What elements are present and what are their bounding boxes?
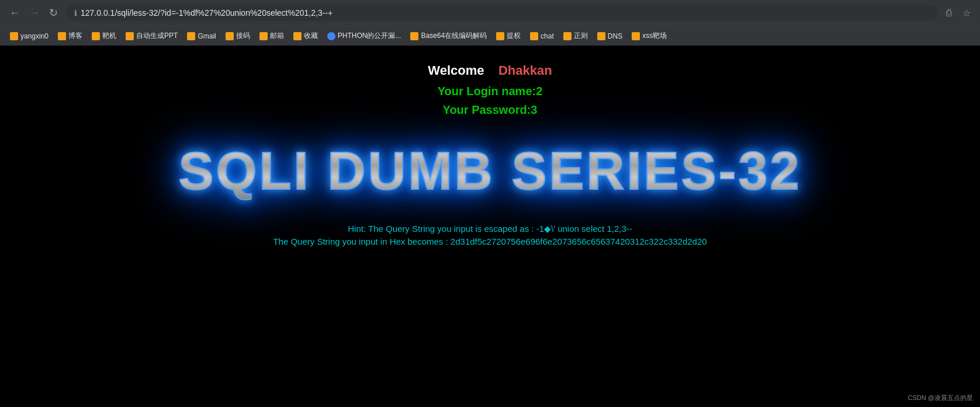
bookmark-favicon <box>226 32 234 40</box>
bookmark-button[interactable]: ☆ <box>959 5 974 21</box>
browser-toolbar: ← → ↻ ℹ ⎙ ☆ <box>0 0 980 26</box>
bookmark-favicon <box>530 32 538 40</box>
bookmark-item[interactable]: 邮箱 <box>255 29 288 43</box>
bookmark-item[interactable]: DNS <box>593 30 626 42</box>
hint-section: Hint: The Query String you input is esca… <box>273 224 707 246</box>
bookmark-label: DNS <box>608 32 622 40</box>
bookmark-label: 邮箱 <box>270 31 284 41</box>
welcome-section: Welcome Dhakkan Your Login name:2 Your P… <box>428 63 552 119</box>
bookmark-label: xss靶场 <box>642 31 667 41</box>
url-input[interactable] <box>81 8 930 18</box>
lock-icon: ℹ <box>74 9 77 18</box>
bookmark-label: 收藏 <box>304 31 318 41</box>
sqli-title-text: SQLI DUMB SERIES-32 <box>178 142 801 200</box>
bookmark-item[interactable]: Gmail <box>183 30 220 42</box>
sqli-title: SQLI DUMB SERIES-32 <box>178 142 801 200</box>
bookmark-label: 靶机 <box>102 31 116 41</box>
bookmark-favicon <box>10 32 18 40</box>
bookmark-favicon <box>92 32 100 40</box>
csdn-watermark: CSDN @凌晨五点的星 <box>908 394 973 402</box>
bookmark-item[interactable]: PHTHON的公开漏... <box>323 29 406 43</box>
welcome-line: Welcome Dhakkan <box>428 63 552 78</box>
login-name: Your Login name:2 <box>428 82 552 100</box>
browser-chrome: ← → ↻ ℹ ⎙ ☆ yangxin0博客靶机自动生成PPTGmail接码邮箱… <box>0 0 980 46</box>
nav-buttons: ← → ↻ <box>6 5 61 20</box>
bookmark-label: Gmail <box>198 32 216 40</box>
share-button[interactable]: ⎙ <box>943 5 955 20</box>
bookmark-item[interactable]: 靶机 <box>88 29 120 43</box>
bookmark-favicon <box>126 32 134 40</box>
bookmark-favicon <box>293 32 302 40</box>
bookmark-favicon <box>632 32 640 40</box>
bookmark-favicon <box>563 32 572 40</box>
bookmark-label: 提权 <box>507 31 521 41</box>
bookmark-favicon <box>496 32 504 40</box>
hint-line1: Hint: The Query String you input is esca… <box>273 224 707 234</box>
bookmark-item[interactable]: 博客 <box>54 29 86 43</box>
hint-line2: The Query String you input in Hex become… <box>273 236 707 246</box>
bookmark-favicon <box>58 32 66 40</box>
bookmark-label: PHTHON的公开漏... <box>338 31 401 41</box>
user-name: Dhakkan <box>498 63 552 78</box>
bookmark-item[interactable]: Base64在线编码解码 <box>406 29 491 43</box>
forward-button[interactable]: → <box>26 5 43 20</box>
bookmark-label: 正则 <box>574 31 588 41</box>
bookmark-favicon <box>597 32 605 40</box>
browser-actions: ⎙ ☆ <box>943 5 974 21</box>
bookmark-label: 自动生成PPT <box>136 31 178 41</box>
bookmark-favicon <box>327 32 335 40</box>
address-bar[interactable]: ℹ <box>66 5 938 21</box>
bookmark-label: Base64在线编码解码 <box>421 31 487 41</box>
bookmark-favicon <box>410 32 418 40</box>
bookmark-item[interactable]: 正则 <box>559 29 592 43</box>
reload-button[interactable]: ↻ <box>46 5 61 20</box>
back-button[interactable]: ← <box>6 5 23 20</box>
bookmark-label: chat <box>541 32 554 40</box>
bookmark-item[interactable]: chat <box>526 30 558 42</box>
bookmark-item[interactable]: 提权 <box>492 29 525 43</box>
bookmark-item[interactable]: xss靶场 <box>628 29 671 43</box>
bookmark-item[interactable]: 自动生成PPT <box>122 29 182 43</box>
bookmark-favicon <box>187 32 195 40</box>
login-info: Your Login name:2 Your Password:3 <box>428 82 552 119</box>
welcome-text: Welcome <box>428 63 484 78</box>
bookmark-favicon <box>259 32 268 40</box>
bookmark-label: 博客 <box>68 31 82 41</box>
bookmark-label: 接码 <box>236 31 250 41</box>
password-label: Your Password:3 <box>428 100 552 119</box>
bookmark-item[interactable]: yangxin0 <box>6 30 53 42</box>
bookmark-item[interactable]: 接码 <box>221 29 254 43</box>
bookmark-item[interactable]: 收藏 <box>289 29 322 43</box>
bookmarks-bar: yangxin0博客靶机自动生成PPTGmail接码邮箱收藏PHTHON的公开漏… <box>0 26 980 46</box>
bookmark-label: yangxin0 <box>20 32 49 40</box>
page-content: Welcome Dhakkan Your Login name:2 Your P… <box>0 46 980 407</box>
